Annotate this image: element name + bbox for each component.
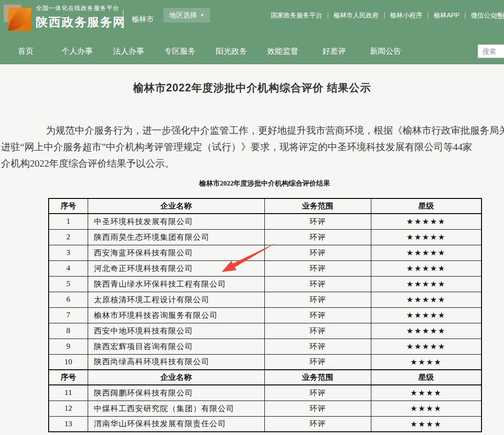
table-row: 3西安海蓝环保科技有限公司环评★★★★★ [49,245,482,260]
top-header-bar: 全国一体化在线政务服务平台 陕西政务服务网 榆林市 地区选择 ▼ 国家政务服务平… [0,0,504,39]
top-link[interactable]: 榆林APP [428,12,465,19]
company-name: 陕西阔鹏环保科技有限公司 [88,385,264,401]
row-number: 7 [49,307,88,323]
star-rating: ★★★★★ [371,307,482,323]
table-row: 12中煤科工西安研究院（集团）有限公司环评★★★★ [49,401,482,416]
paragraph-line: 进驻“网上中介服务超市”中介机构考评管理规定（试行）》要求，现将评定的中圣环境科… [1,141,472,153]
table-header-row: 序号企业名称业务范围星级 [49,198,482,214]
business-scope: 环评 [264,292,371,307]
nav-item[interactable]: 专区服务 [154,39,206,64]
paragraph-line: 为规范中介服务行为，进一步强化中介监管工作，更好地提升我市营商环境，根据《榆林市… [46,124,504,137]
nav-items: 首页个人办事法人办事专区服务阳光政务效能监督好差评新闻公告 [0,39,411,64]
search-input[interactable] [478,45,504,58]
table-row: 13渭南华山环保科技发展有限责任公司环评★★★★ [49,416,482,432]
business-scope: 环评 [264,214,371,229]
column-header: 星级 [371,370,482,385]
star-rating: ★★★★ [371,354,482,370]
column-header: 业务范围 [264,198,371,214]
row-number: 10 [49,354,88,370]
table-row: 4河北奇正环境科技有限公司环评★★★★★ [49,260,482,276]
top-links: 国家政务服务平台榆林市人民政府榆林小程序榆林APP微信公众号 [265,12,504,19]
row-number: 2 [49,229,88,245]
row-number: 12 [49,401,88,416]
star-rating: ★★★★★ [371,276,482,292]
star-rating: ★★★★★ [371,260,482,276]
company-name: 榆林市环境科技咨询服务有限公司 [88,307,264,323]
row-number: 8 [49,323,88,339]
region-selector-label: 地区选择 [169,11,197,20]
table-header-row: 序号企业名称业务范围星级 [49,370,482,385]
row-number: 6 [49,292,88,307]
table-row: 10陕西尚绿高科环境科技有限公司环评★★★★ [49,354,482,370]
business-scope: 环评 [264,276,371,292]
business-scope: 环评 [264,229,371,245]
business-scope: 环评 [264,401,371,416]
company-name: 渭南华山环保科技发展有限责任公司 [88,416,264,432]
company-name: 中煤科工西安研究院（集团）有限公司 [88,401,264,416]
site-logo[interactable] [4,3,34,34]
brand-divider [123,10,123,29]
column-header: 企业名称 [88,198,264,214]
company-name: 河北奇正环境科技有限公司 [88,260,264,276]
company-name: 西安中地环境科技有限公司 [88,323,264,339]
table-row: 2陕西雨昊生态环境集团有限公司环评★★★★★ [49,229,482,245]
table-row: 6太原核清环境工程设计有限公司环评★★★★★ [49,292,482,307]
column-header: 业务范围 [264,370,371,385]
column-header: 序号 [49,198,88,214]
row-number: 5 [49,276,88,292]
table-caption: 榆林市2022年度涉批中介机构综合评价结果 [48,179,481,188]
row-number: 1 [49,214,88,229]
business-scope: 环评 [264,245,371,260]
row-number: 9 [49,339,88,354]
nav-item[interactable]: 个人办事 [51,39,103,64]
star-rating: ★★★★ [371,401,482,416]
business-scope: 环评 [264,339,371,354]
star-rating: ★★★★★ [371,292,482,307]
nav-item[interactable]: 首页 [0,39,51,64]
region-selector-button[interactable]: 地区选择 ▼ [163,8,210,23]
evaluation-results-table: 序号企业名称业务范围星级1中圣环境科技发展有限公司环评★★★★★2陕西雨昊生态环… [48,198,482,432]
star-rating: ★★★★★ [371,245,482,260]
table-row: 5陕西青山绿水环保科技工程有限公司环评★★★★★ [49,276,482,292]
nav-item[interactable]: 阳光政务 [206,39,257,64]
business-scope: 环评 [264,385,371,401]
page-title: 榆林市2022年度涉批中介机构综合评价 结果公示 [0,81,504,95]
column-header: 序号 [49,370,88,385]
register-link[interactable]: 注册 [495,12,504,21]
current-city-label[interactable]: 榆林市 [132,15,154,24]
platform-name: 全国一体化在线政务服务平台 [36,4,126,12]
site-name: 陕西政务服务网 [36,14,126,30]
results-table-body: 序号企业名称业务范围星级1中圣环境科技发展有限公司环评★★★★★2陕西雨昊生态环… [49,198,482,432]
row-number: 3 [49,245,88,260]
star-rating: ★★★★★ [371,339,482,354]
top-link[interactable]: 国家政务服务平台 [265,12,328,19]
table-row: 7榆林市环境科技咨询服务有限公司环评★★★★★ [49,307,482,323]
row-number: 4 [49,260,88,276]
star-rating: ★★★★★ [371,214,482,229]
nav-item[interactable]: 新闻公告 [360,39,411,64]
top-link[interactable]: 榆林市人民政府 [328,12,385,19]
nav-item[interactable]: 法人办事 [103,39,154,64]
brand-text-block: 全国一体化在线政务服务平台 陕西政务服务网 [36,4,126,30]
paragraph-line: 介机构2022年度综合评价结果予以公示。 [1,157,174,170]
nav-item[interactable]: 效能监督 [257,39,308,64]
business-scope: 环评 [264,307,371,323]
table-row: 1中圣环境科技发展有限公司环评★★★★★ [49,214,482,229]
company-name: 西安海蓝环保科技有限公司 [88,245,264,260]
star-rating: ★★★★★ [371,323,482,339]
column-header: 企业名称 [88,370,264,385]
top-link[interactable]: 榆林小程序 [385,12,428,19]
table-row: 11陕西阔鹏环保科技有限公司环评★★★★ [49,385,482,401]
table-row: 9陕西宏辉项目咨询有限公司环评★★★★★ [49,339,482,354]
nav-item[interactable]: 好差评 [308,39,360,64]
business-scope: 环评 [264,354,371,370]
row-number: 11 [49,385,88,401]
column-header: 星级 [371,198,482,214]
business-scope: 环评 [264,323,371,339]
row-number: 13 [49,416,88,432]
star-rating: ★★★★ [371,385,482,401]
company-name: 陕西雨昊生态环境集团有限公司 [88,229,264,245]
company-name: 陕西尚绿高科环境科技有限公司 [88,354,264,370]
company-name: 陕西宏辉项目咨询有限公司 [88,339,264,354]
business-scope: 环评 [264,260,371,276]
